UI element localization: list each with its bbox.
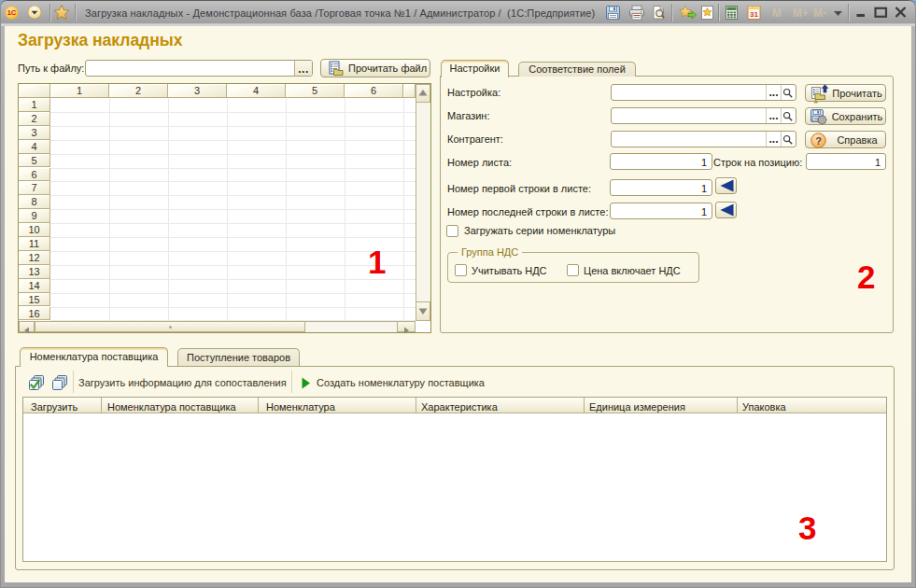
- svg-text:1С: 1С: [7, 8, 17, 17]
- svg-text:?: ?: [815, 135, 822, 147]
- svg-text:31: 31: [750, 10, 758, 19]
